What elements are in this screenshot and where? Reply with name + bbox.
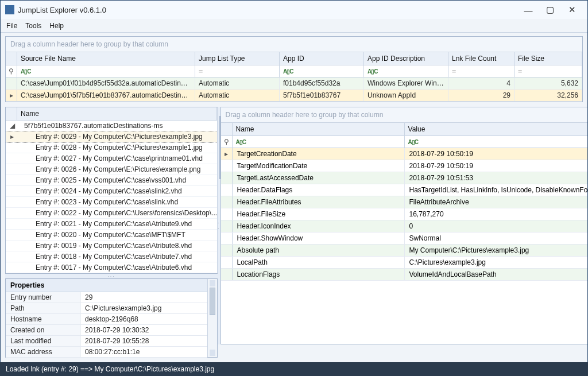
detail-row[interactable]: LocalPathC:\Pictures\example3.jpg: [221, 257, 588, 269]
tree-entry[interactable]: Entry #: 0021 - My Computer\C:\case\Atri…: [6, 219, 217, 230]
vertical-scrollbar[interactable]: [207, 279, 217, 357]
filter-row: ⚲ A▯C = A▯C A▯C = =: [6, 65, 582, 77]
detail-row[interactable]: Header.ShowWindowSwNormal: [221, 232, 588, 245]
filter-input[interactable]: A▯C: [283, 68, 293, 75]
col-name[interactable]: Name: [17, 107, 217, 120]
files-grid-header: Source File Name Jump List Type App ID A…: [6, 52, 582, 65]
menu-file[interactable]: File: [6, 22, 17, 30]
filter-input[interactable]: =: [518, 67, 522, 75]
col-desc[interactable]: App ID Description: [364, 52, 448, 65]
filter-input[interactable]: A▯C: [21, 68, 30, 75]
property-row[interactable]: MAC address08:00:27:cc:b1:1e: [6, 347, 207, 358]
detail-row[interactable]: Header.FileAttributesFileAttributeArchiv…: [221, 196, 588, 208]
tree-entry[interactable]: Entry #: 0017 - My Computer\C:\case\Atri…: [6, 262, 217, 273]
menu-help[interactable]: Help: [49, 22, 64, 30]
property-row[interactable]: Entry number29: [6, 292, 207, 303]
window-title: JumpList Explorer v0.6.1.0: [18, 6, 517, 14]
property-row[interactable]: Created on2018-07-29 10:30:32: [6, 325, 207, 336]
col-source[interactable]: Source File Name: [17, 52, 195, 65]
detail-row[interactable]: Header.FileSize16,787,270: [221, 208, 588, 220]
tree-entry[interactable]: Entry #: 0019 - My Computer\C:\case\Atri…: [6, 241, 217, 251]
tree-entry[interactable]: ▸Entry #: 0029 - My Computer\C:\Pictures…: [6, 131, 217, 142]
detail-row[interactable]: LocationFlagsVolumeIdAndLocalBasePath: [221, 269, 588, 281]
status-bar: Loaded lnk (entry #: 29) ==> My Computer…: [0, 362, 588, 376]
file-row[interactable]: C:\case\Jump01\f01b4d95cf55d32a.automati…: [6, 77, 582, 90]
tree-parent[interactable]: ◢5f7b5f1e01b83767.automaticDestinations-…: [6, 121, 217, 131]
col-appid[interactable]: App ID: [280, 52, 364, 65]
tree-entry[interactable]: Entry #: 0023 - My Computer\C:\case\slin…: [6, 197, 217, 208]
horizontal-splitter[interactable]: ···: [5, 274, 218, 278]
files-grid: Drag a column header here to group by th…: [5, 36, 583, 102]
tree-entry[interactable]: Entry #: 0018 - My Computer\C:\case\Atri…: [6, 251, 217, 262]
details-grid: Drag a column header here to group by th…: [220, 107, 588, 344]
property-row[interactable]: PathC:\Pictures\example3.jpg: [6, 303, 207, 314]
detail-row[interactable]: Header.DataFlagsHasTargetIdList, HasLink…: [221, 184, 588, 196]
col-type[interactable]: Jump List Type: [195, 52, 280, 65]
tree-entry[interactable]: Entry #: 0027 - My Computer\C:\case\prin…: [6, 153, 217, 164]
minimize-button[interactable]: —: [517, 5, 539, 15]
group-hint[interactable]: Drag a column header here to group by th…: [221, 107, 588, 123]
filter-icon[interactable]: ⚲: [6, 65, 17, 77]
entries-tree: Name ◢5f7b5f1e01b83767.automaticDestinat…: [5, 107, 218, 274]
maximize-button[interactable]: ▢: [539, 5, 561, 15]
properties-title: Properties: [6, 279, 207, 292]
filter-icon[interactable]: ⚲: [221, 136, 233, 148]
col-name[interactable]: Name: [233, 123, 405, 135]
detail-row[interactable]: Absolute pathMy Computer\C:\Pictures\exa…: [221, 245, 588, 257]
menu-bar: File Tools Help: [1, 19, 587, 33]
detail-row[interactable]: TargetLastAccessedDate2018-07-29 10:51:5…: [221, 172, 588, 184]
col-value[interactable]: Value: [405, 123, 588, 135]
property-row[interactable]: Last modified2018-07-29 10:55:28: [6, 336, 207, 347]
filter-input[interactable]: A▯C: [368, 68, 377, 75]
tree-entry[interactable]: Entry #: 0025 - My Computer\C:\case\vss0…: [6, 175, 217, 186]
tree-entry[interactable]: Entry #: 0028 - My Computer\C:\Pictures\…: [6, 142, 217, 153]
filter-input[interactable]: A▯C: [236, 139, 246, 145]
file-row[interactable]: ▸ C:\case\Jump01\5f7b5f1e01b83767.automa…: [6, 90, 582, 102]
group-hint[interactable]: Drag a column header here to group by th…: [6, 37, 582, 52]
filter-input[interactable]: =: [199, 67, 203, 75]
properties-panel: Properties Entry number29PathC:\Pictures…: [5, 278, 218, 358]
col-size[interactable]: File Size: [514, 52, 582, 65]
tree-entry[interactable]: Entry #: 0024 - My Computer\C:\case\slin…: [6, 186, 217, 197]
col-count[interactable]: Lnk File Count: [448, 52, 514, 65]
app-icon: [5, 5, 14, 14]
tree-entry[interactable]: Entry #: 0022 - My Computer\C:\Users\for…: [6, 208, 217, 219]
filter-input[interactable]: =: [452, 67, 456, 75]
detail-row[interactable]: TargetModificationDate2018-07-29 10:50:1…: [221, 160, 588, 172]
detail-row[interactable]: ▸TargetCreationDate2018-07-29 10:50:19: [221, 148, 588, 160]
tree-entry[interactable]: Entry #: 0020 - My Computer\C:\case\MFT\…: [6, 230, 217, 241]
title-bar: JumpList Explorer v0.6.1.0 — ▢ ✕: [1, 1, 587, 19]
status-text: Loaded lnk (entry #: 29) ==> My Computer…: [6, 365, 214, 373]
detail-row[interactable]: Header.IconIndex0: [221, 220, 588, 232]
filter-input[interactable]: A▯C: [408, 139, 418, 145]
vertical-scrollbar[interactable]: [217, 107, 218, 273]
menu-tools[interactable]: Tools: [25, 22, 41, 30]
property-row[interactable]: Hostnamedesktop-2196q68: [6, 314, 207, 325]
tree-entry[interactable]: Entry #: 0026 - My Computer\E:\Pictures\…: [6, 164, 217, 175]
close-button[interactable]: ✕: [561, 5, 583, 15]
